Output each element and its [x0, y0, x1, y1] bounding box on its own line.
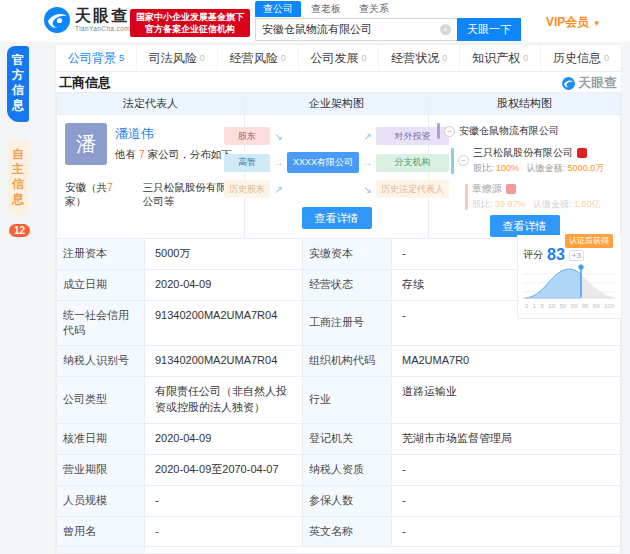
search-input-value: 安徽仓鼠物流有限公司 — [262, 22, 440, 37]
field-label: 实缴资本 — [303, 239, 392, 270]
tab-count: 0 — [200, 53, 205, 63]
arrow-icon: → — [272, 157, 285, 168]
company-logo-icon — [506, 184, 516, 194]
tab-count: 5 — [119, 53, 124, 63]
tab-company-development[interactable]: 公司发展0 — [299, 45, 380, 71]
equity-grandchild-name: 章燎源 — [472, 182, 502, 196]
field-label: 营业期限 — [57, 455, 145, 486]
watermark-text: 天眼查 — [578, 74, 617, 92]
equity-grandchild-meta: 股比: 39.97% 认缴金额: 1.60亿 — [472, 198, 601, 211]
search-button[interactable]: 天眼一下 — [457, 18, 521, 41]
field-label: 核准日期 — [57, 424, 145, 455]
eye-logo-icon — [562, 77, 575, 90]
legal-rep-desc: 他有 7 家公司，分布如下 — [115, 148, 232, 162]
field-value: - — [145, 486, 303, 517]
tab-count: 0 — [523, 53, 528, 63]
caret-down-icon: ▼ — [593, 19, 601, 28]
field-label: 注册资本 — [57, 239, 145, 270]
field-value: 2020-04-09 — [145, 270, 303, 301]
view-equity-chart-button[interactable]: 查看详情 — [490, 215, 560, 237]
field-value: 5000万 — [145, 239, 303, 270]
org-node-history-shareholder[interactable]: 历史股东 — [224, 180, 270, 198]
table-row: 核准日期 2020-04-09 登记机关 芜湖市市场监督管理局 — [57, 424, 621, 455]
org-node-shareholder[interactable]: 股东 — [224, 127, 270, 145]
collapse-icon[interactable]: − — [444, 126, 455, 137]
legal-rep-name-link[interactable]: 潘道伟 — [115, 125, 232, 143]
org-chart-cell: 股东 ↘ ↗ 对外投资 高管 → XXXX有限公司 → 分支机构 历史股东 ↗ — [245, 115, 429, 239]
equity-root-row[interactable]: − 安徽仓鼠物流有限公司 — [437, 123, 612, 139]
field-label: 注册地址 — [57, 547, 145, 554]
org-node-company[interactable]: XXXX有限公司 — [287, 152, 359, 173]
score-axis-ticks: 0151050909599100 — [523, 303, 616, 309]
company-nav-tabs: 公司背景5 司法风险0 经营风险0 公司发展0 经营状况0 知识产权0 历史信息… — [56, 45, 621, 72]
field-value: 91340200MA2UMA7R04 — [145, 301, 303, 346]
equity-root-name: 安徽仓鼠物流有限公司 — [459, 124, 559, 138]
org-node-executive[interactable]: 高管 — [224, 154, 270, 172]
search-tabs: 查公司 查老板 查关系 — [255, 2, 521, 17]
score-label: 评分 — [523, 248, 543, 262]
avatar[interactable]: 潘 — [65, 123, 107, 165]
clear-search-icon[interactable]: × — [440, 24, 451, 35]
vip-label: VIP会员 — [546, 15, 589, 29]
tree-bar — [437, 123, 440, 139]
tab-count: 0 — [442, 53, 447, 63]
search-tab-boss[interactable]: 查老板 — [303, 1, 349, 17]
field-value: 芜湖市市场监督管理局 — [392, 424, 621, 455]
company-score-panel[interactable]: 认证后获得 评分 83 +3 0 — [517, 235, 621, 319]
search-tab-relation[interactable]: 查关系 — [351, 1, 397, 17]
arrow-icon: → — [361, 157, 374, 168]
related-company-link[interactable]: 三只松鼠股份有限公司等 — [143, 181, 236, 209]
tab-operation-risk[interactable]: 经营风险0 — [218, 45, 299, 71]
field-value: MA2UMA7R0 — [392, 346, 621, 377]
tianyancha-logo[interactable]: 天眼查 TianYanCha.com — [44, 7, 130, 33]
field-label: 纳税人识别号 — [57, 346, 145, 377]
score-marker-pin — [578, 264, 583, 269]
field-label: 成立日期 — [57, 270, 145, 301]
field-value: - — [392, 455, 621, 486]
search-tab-company[interactable]: 查公司 — [255, 1, 301, 17]
business-info-table: 法定代表人 企业架构图 股权结构图 潘 潘道伟 他有 7 家公 — [56, 92, 621, 554]
tab-history-info[interactable]: 历史信息0 — [541, 45, 621, 71]
section-title: 工商信息 — [59, 74, 111, 92]
tab-judicial-risk[interactable]: 司法风险0 — [137, 45, 218, 71]
field-label: 参保人数 — [303, 486, 392, 517]
search-area: 查公司 查老板 查关系 安徽仓鼠物流有限公司 × 天眼一下 — [255, 2, 521, 41]
field-label: 行业 — [303, 377, 392, 424]
official-info-tag[interactable]: 官方信息 — [7, 46, 29, 122]
field-label: 纳税人资质 — [303, 455, 392, 486]
watermark-logo: 天眼查 — [562, 74, 617, 92]
eye-logo-icon — [44, 7, 70, 33]
tree-bar — [451, 148, 454, 174]
field-value: - — [392, 486, 621, 517]
arrow-icon: ↗ — [272, 184, 285, 195]
gov-certification-badge: 国家中小企业发展基金旗下 官方备案企业征信机构 — [130, 9, 250, 37]
equity-child-name: 三只松鼠股份有限公司 — [473, 146, 573, 160]
vip-menu[interactable]: VIP会员 ▼ — [546, 14, 601, 31]
self-info-tag[interactable]: 自主信息 — [7, 140, 29, 216]
search-input[interactable]: 安徽仓鼠物流有限公司 × — [255, 18, 457, 41]
equity-child-row[interactable]: − 三只松鼠股份有限公司 股比: 100% 认 — [451, 146, 612, 175]
tab-intellectual-property[interactable]: 知识产权0 — [460, 45, 541, 71]
collapse-icon[interactable]: − — [458, 155, 469, 166]
equity-chart-cell: − 安徽仓鼠物流有限公司 − 三只松鼠股份有限公司 — [429, 115, 621, 239]
company-detail-card: 公司背景5 司法风险0 经营风险0 公司发展0 经营状况0 知识产权0 历史信息… — [55, 44, 622, 554]
company-logo-icon — [577, 148, 587, 158]
field-label: 经营状态 — [303, 270, 392, 301]
tab-operation-status[interactable]: 经营状况0 — [379, 45, 460, 71]
company-count: 7 — [139, 148, 145, 160]
table-row: 营业期限 2020-04-09至2070-04-07 纳税人资质 - — [57, 455, 621, 486]
tree-bar — [465, 184, 468, 210]
arrow-icon: ↘ — [361, 184, 374, 195]
field-label: 公司类型 — [57, 377, 145, 424]
region-stat: 安徽（共7家） — [65, 181, 121, 209]
top-bar: 天眼查 TianYanCha.com 国家中小企业发展基金旗下 官方备案企业征信… — [0, 0, 630, 42]
view-org-chart-button[interactable]: 查看详情 — [302, 207, 372, 229]
field-label: 人员规模 — [57, 486, 145, 517]
certified-badge: 认证后获得 — [565, 234, 613, 248]
tab-company-background[interactable]: 公司背景5 — [56, 45, 137, 71]
equity-grandchild-row[interactable]: 章燎源 股比: 39.97% 认缴金额: 1.60亿 — [465, 182, 612, 211]
tab-count: 0 — [604, 53, 609, 63]
field-value: 有限责任公司（非自然人投资或控股的法人独资） — [145, 377, 303, 424]
equity-child-meta: 股比: 100% 认缴金额: 5000.0万 — [473, 162, 604, 175]
logo-title: 天眼查 — [75, 8, 130, 24]
